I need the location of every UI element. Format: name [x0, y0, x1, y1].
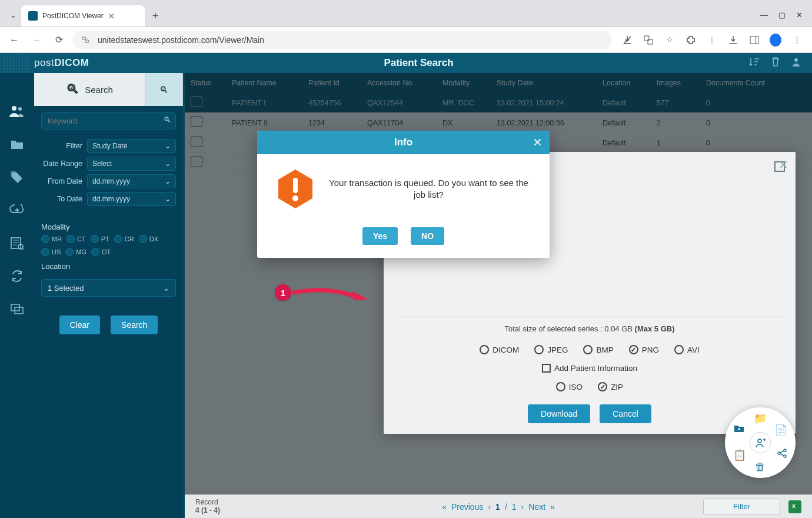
pager-current: 1 [495, 502, 500, 512]
container-iso[interactable]: ISO [556, 382, 583, 391]
container-zip[interactable]: ZIP [598, 382, 623, 391]
url-field[interactable]: unitedstateswest.postdicom.com/Viewer/Ma… [73, 31, 612, 49]
tab-list-button[interactable]: ⌄ [5, 6, 21, 23]
modality-chip-mg[interactable]: MG [65, 248, 86, 256]
search-button[interactable]: Search [111, 316, 158, 334]
clear-button[interactable]: Clear [59, 316, 100, 334]
from-date-input[interactable]: dd.mm.yyyy⌄ [87, 174, 176, 188]
nav-upload-icon[interactable] [7, 201, 27, 219]
chevron-down-icon: ⌄ [165, 195, 171, 203]
svg-rect-0 [82, 37, 86, 39]
modality-chip-mr[interactable]: MR [41, 235, 62, 243]
sort-icon[interactable] [748, 57, 760, 70]
tab-advanced-search[interactable]: 🔍︎ [145, 73, 183, 106]
close-icon[interactable]: ✕ [778, 158, 788, 172]
favicon [28, 11, 38, 21]
to-date-input[interactable]: dd.mm.yyyy⌄ [87, 192, 176, 206]
pager-prev[interactable]: Previous [451, 502, 483, 512]
radial-add-folder-icon[interactable] [733, 424, 745, 436]
nav-rail [0, 73, 34, 518]
profile-avatar[interactable] [770, 34, 781, 46]
url-text: unitedstateswest.postdicom.com/Viewer/Ma… [98, 35, 264, 45]
nav-screens-icon[interactable] [7, 300, 27, 318]
chevron-down-icon: ⌄ [165, 177, 171, 185]
nav-patients-icon[interactable] [7, 102, 27, 120]
modality-chip-dx[interactable]: DX [139, 235, 158, 243]
radial-report-icon[interactable]: 📋 [733, 449, 746, 461]
svg-point-24 [292, 195, 298, 201]
export-excel-icon[interactable] [788, 500, 801, 513]
modality-label: Modality [34, 217, 183, 235]
window-close-icon[interactable]: ✕ [796, 11, 803, 19]
address-bar: ← → ⟳ unitedstateswest.postdicom.com/Vie… [0, 27, 812, 53]
cancel-button[interactable]: Cancel [600, 404, 651, 423]
add-patient-info-checkbox[interactable]: Add Patient Information [542, 364, 637, 373]
translate-icon[interactable] [643, 34, 654, 46]
close-icon[interactable]: ✕ [533, 135, 543, 150]
format-jpeg[interactable]: JPEG [534, 345, 568, 354]
download-button[interactable]: Download [528, 404, 590, 423]
radial-folder-icon[interactable]: 📁 [754, 412, 767, 425]
sidepanel-icon[interactable] [748, 34, 760, 46]
search-icon[interactable]: 🔍︎ [164, 115, 171, 124]
modality-chip-pt[interactable]: PT [91, 235, 109, 243]
bookmark-icon[interactable]: ☆ [664, 34, 675, 46]
date-range-select[interactable]: Select⌄ [87, 157, 176, 171]
modality-chip-ot[interactable]: OT [91, 248, 111, 256]
nav-reload-button[interactable]: ⟳ [51, 32, 67, 48]
tab-search[interactable]: 🔍︎Search [34, 73, 145, 106]
pager-next-icon[interactable]: › [521, 502, 524, 512]
format-bmp[interactable]: BMP [583, 345, 613, 354]
svg-point-8 [12, 106, 16, 111]
filter-select[interactable]: Study Date⌄ [87, 139, 176, 153]
results-footer: Record4 (1 - 4) « Previous ‹ 1 / 1 › Nex… [185, 494, 812, 518]
app-header: postDICOM Patient Search [0, 53, 812, 73]
user-icon[interactable] [791, 57, 801, 70]
tab-close-icon[interactable]: ✕ [108, 12, 115, 21]
modality-chip-us[interactable]: US [41, 248, 61, 256]
keyword-input[interactable] [41, 112, 176, 130]
window-minimize-icon[interactable]: — [760, 11, 768, 19]
radial-document-icon[interactable]: 📄 [774, 424, 787, 437]
svg-rect-5 [750, 36, 758, 44]
svg-rect-1 [85, 40, 89, 42]
modality-chip-ct[interactable]: CT [66, 235, 86, 243]
format-dicom[interactable]: DICOM [480, 345, 519, 354]
nav-worklist-icon[interactable] [7, 234, 27, 252]
radial-menu[interactable]: 📁 📄 🗑 📋 [725, 407, 796, 478]
modality-chip-cr[interactable]: CR [114, 235, 134, 243]
yes-button[interactable]: Yes [362, 227, 398, 245]
trash-icon[interactable] [771, 57, 780, 70]
svg-point-21 [784, 455, 786, 457]
chevron-down-icon: ⌄ [165, 142, 171, 150]
browser-menu-icon[interactable]: ⋮ [791, 34, 803, 46]
no-button[interactable]: NO [411, 227, 444, 245]
location-select[interactable]: 1 Selected⌄ [41, 279, 176, 297]
svg-line-15 [22, 248, 24, 250]
pager-prev-icon[interactable]: ‹ [488, 502, 491, 512]
radial-delete-icon[interactable]: 🗑 [755, 461, 766, 473]
nav-sync-icon[interactable] [7, 267, 27, 285]
extensions-icon[interactable] [685, 34, 697, 46]
nav-folder-icon[interactable] [7, 135, 27, 153]
pager-first-icon[interactable]: « [442, 502, 447, 512]
pager-last-icon[interactable]: » [550, 502, 555, 512]
format-options: DICOM JPEG BMP PNG AVI [384, 340, 796, 359]
from-date-label: From Date [41, 177, 87, 185]
pager-next[interactable]: Next [528, 502, 545, 512]
svg-point-18 [758, 439, 761, 443]
nav-back-button[interactable]: ← [6, 32, 22, 48]
window-maximize-icon[interactable]: ▢ [778, 11, 786, 19]
format-avi[interactable]: AVI [674, 345, 700, 354]
radial-add-user-icon[interactable] [750, 432, 771, 453]
downloads-blocked-icon[interactable] [621, 34, 633, 46]
browser-tab[interactable]: PostDICOM Viewer ✕ [21, 5, 145, 26]
site-settings-icon[interactable] [81, 35, 92, 45]
format-png[interactable]: PNG [629, 345, 659, 354]
radial-share-icon[interactable] [777, 448, 787, 461]
filter-button[interactable]: Filter [703, 499, 780, 514]
nav-tags-icon[interactable] [7, 168, 27, 186]
search-icon: 🔍︎ [66, 82, 79, 97]
new-tab-button[interactable]: + [147, 8, 164, 24]
download-icon[interactable] [727, 34, 739, 46]
